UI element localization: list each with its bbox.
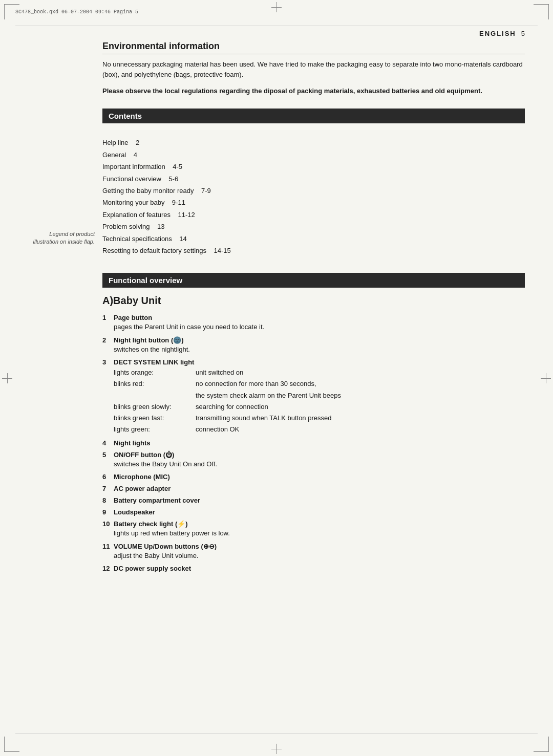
reg-cross-top [271,2,282,12]
item-12-header: 12 DC power supply socket [102,565,525,572]
dect-row: blinks green slowly: searching for conne… [114,401,525,413]
item-10-desc: lights up red when battery power is low. [114,528,525,538]
functional-overview-title: Functional overview [102,273,525,288]
item-5-header: 5 ON/OFF button (⏻) [102,451,525,459]
item-1-header: 1 Page button [102,314,525,321]
functional-overview-section: Functional overview A)Baby Unit 1 Page b… [102,273,525,572]
language-label: ENGLISH [479,30,516,37]
environmental-paragraph1: No unnecessary packaging material has be… [102,59,525,80]
item-2: 2 Night light button (🌚) switches on the… [102,336,525,355]
list-item: Technical specifications 14 [102,233,525,245]
page-number: 5 [521,30,525,37]
dect-row: the system check alarm on the Parent Uni… [114,390,525,401]
environmental-section: Environmental information No unnecessary… [102,41,525,96]
list-item: Functional overview 5-6 [102,173,525,185]
item-5: 5 ON/OFF button (⏻) switches the Baby Un… [102,451,525,469]
main-content: Environmental information No unnecessary… [102,41,525,725]
crop-mark-bl [4,737,19,752]
item-11-header: 11 VOLUME Up/Down buttons (⊕⊖) [102,543,525,550]
item-2-desc: switches on the nightlight. [114,344,525,355]
item-1-desc: pages the Parent Unit in case you need t… [114,322,525,332]
list-item: Problem solving 13 [102,221,525,232]
reg-cross-right [541,373,551,383]
dect-row: blinks green fast: transmitting sound wh… [114,413,525,424]
crop-mark-tr [534,4,549,19]
bottom-line [15,733,538,733]
contents-list: Help line 2 General 4 Important informat… [102,131,525,263]
item-7: 7 AC power adapter [102,485,525,492]
item-4: 4 Night lights [102,439,525,447]
list-item: Important information 4-5 [102,161,525,172]
environmental-title: Environmental information [102,41,525,54]
item-5-desc: switches the Baby Unit On and Off. [114,459,525,469]
list-item: General 4 [102,149,525,161]
environmental-paragraph2: Please observe the local regulations reg… [102,86,525,96]
item-8-header: 8 Battery compartment cover [102,496,525,504]
list-item: Getting the baby monitor ready 7-9 [102,185,525,197]
baby-unit-title: A)Baby Unit [102,295,525,307]
item-2-header: 2 Night light button (🌚) [102,336,525,344]
dect-row: lights orange: unit switched on [114,367,525,378]
item-10-header: 10 Battery check light (⚡) [102,520,525,528]
item-11-desc: adjust the Baby Unit volume. [114,551,525,561]
reg-cross-bottom [271,744,282,754]
item-7-header: 7 AC power adapter [102,485,525,492]
left-sidebar: Legend of product illustration on inside… [15,230,95,246]
contents-section: Contents Help line 2 General 4 Important… [102,109,525,263]
dect-row: blinks red: no connection for more than … [114,378,525,390]
sidebar-legend: Legend of product illustration on inside… [15,230,95,246]
item-6-header: 6 Microphone (MIC) [102,473,525,481]
item-12: 12 DC power supply socket [102,565,525,572]
item-3: 3 DECT SYSTEM LINK light lights orange: … [102,358,525,435]
item-4-header: 4 Night lights [102,439,525,447]
contents-section-title: Contents [102,109,525,123]
list-item: Help line 2 [102,137,525,148]
item-10: 10 Battery check light (⚡) lights up red… [102,520,525,538]
item-3-header: 3 DECT SYSTEM LINK light [102,358,525,366]
list-item: Monitoring your baby 9-11 [102,197,525,208]
reg-cross-left [2,373,12,383]
item-6: 6 Microphone (MIC) [102,473,525,481]
item-8: 8 Battery compartment cover [102,496,525,504]
file-header: SC478_book.qxd 06-07-2004 09:46 Pagina 5 [15,9,138,15]
top-line [15,26,538,26]
page-container: SC478_book.qxd 06-07-2004 09:46 Pagina 5… [0,0,553,756]
item-11: 11 VOLUME Up/Down buttons (⊕⊖) adjust th… [102,543,525,561]
dect-table: lights orange: unit switched on blinks r… [114,367,525,435]
list-item: Explanation of features 11-12 [102,209,525,221]
crop-mark-br [534,737,549,752]
list-item: Resetting to default factory settings 14… [102,245,525,256]
item-1: 1 Page button pages the Parent Unit in c… [102,314,525,332]
english-header: ENGLISH 5 [479,30,525,37]
item-9: 9 Loudspeaker [102,508,525,516]
dect-row: lights green: connection OK [114,424,525,435]
item-9-header: 9 Loudspeaker [102,508,525,516]
